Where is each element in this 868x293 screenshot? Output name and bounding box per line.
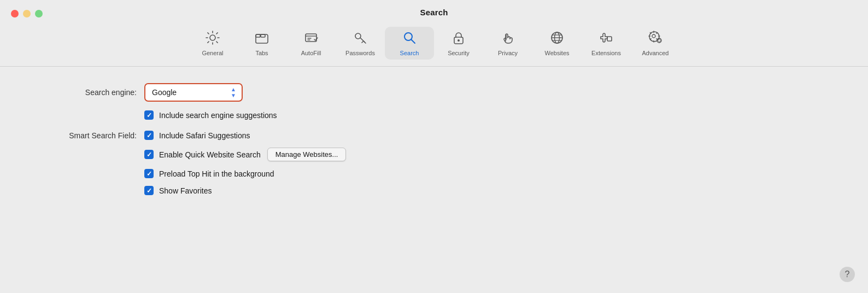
include-suggestions-label: Include search engine suggestions xyxy=(159,111,277,120)
title-bar: Search xyxy=(0,0,868,22)
svg-point-7 xyxy=(355,33,361,39)
smart-search-grid: Smart Search Field: Include Safari Sugge… xyxy=(33,131,835,195)
show-favorites-label: Show Favorites xyxy=(159,186,212,195)
quick-website-checkbox[interactable] xyxy=(144,150,154,159)
quick-website-row: Enable Quick Website Search Manage Websi… xyxy=(33,148,835,161)
tab-websites-label: Websites xyxy=(544,50,569,56)
maximize-button[interactable] xyxy=(35,10,43,17)
search-engine-value: Google xyxy=(152,88,177,97)
minimize-button[interactable] xyxy=(23,10,31,17)
tab-extensions-label: Extensions xyxy=(591,50,621,56)
smart-search-section: Smart Search Field: Include Safari Sugge… xyxy=(33,131,835,195)
quick-website-label: Enable Quick Website Search xyxy=(159,150,261,159)
tab-privacy-label: Privacy xyxy=(498,50,518,56)
preload-label: Preload Top Hit in the background xyxy=(159,169,274,178)
svg-rect-2 xyxy=(261,34,265,37)
autofill-icon xyxy=(303,30,319,48)
suggestions-row: Include search engine suggestions xyxy=(144,110,835,120)
key-icon xyxy=(353,30,368,48)
tab-tabs[interactable]: Tabs xyxy=(237,27,286,60)
content-area: Search engine: Google ▲ ▼ Include search… xyxy=(0,67,868,212)
tab-passwords-label: Passwords xyxy=(345,50,375,56)
suggestions-checkbox-area: Include search engine suggestions xyxy=(144,110,277,120)
search-icon xyxy=(402,30,417,48)
puzzle-icon xyxy=(599,30,614,48)
svg-point-20 xyxy=(652,34,655,38)
svg-rect-19 xyxy=(607,37,612,41)
tab-general-label: General xyxy=(202,50,223,56)
include-suggestions-checkbox[interactable] xyxy=(144,110,154,120)
toolbar: General Tabs AutoFill xyxy=(0,22,868,67)
svg-line-11 xyxy=(412,40,415,44)
show-favorites-row: Show Favorites xyxy=(33,186,835,195)
svg-line-9 xyxy=(362,42,363,43)
tab-search-label: Search xyxy=(400,50,419,56)
tab-privacy[interactable]: Privacy xyxy=(483,27,532,60)
safari-suggestions-label: Include Safari Suggestions xyxy=(159,131,250,140)
search-engine-select[interactable]: Google ▲ ▼ xyxy=(144,83,243,102)
preload-checkbox[interactable] xyxy=(144,169,154,178)
safari-suggestions-row: Smart Search Field: Include Safari Sugge… xyxy=(33,131,835,140)
preload-row: Preload Top Hit in the background xyxy=(33,169,835,178)
search-engine-label: Search engine: xyxy=(33,88,137,97)
tabs-icon xyxy=(254,30,269,48)
svg-line-8 xyxy=(363,41,365,42)
tab-security-label: Security xyxy=(448,50,470,56)
search-engine-row: Search engine: Google ▲ ▼ xyxy=(33,83,835,102)
chevron-updown-icon: ▲ ▼ xyxy=(231,86,236,98)
tab-search[interactable]: Search xyxy=(385,27,434,60)
svg-rect-1 xyxy=(256,34,260,37)
show-favorites-checkbox[interactable] xyxy=(144,186,154,195)
tab-extensions[interactable]: Extensions xyxy=(582,27,631,60)
gear-icon xyxy=(205,30,220,48)
tab-general[interactable]: General xyxy=(188,27,237,60)
safari-suggestions-checkbox[interactable] xyxy=(144,131,154,140)
tab-autofill-label: AutoFill xyxy=(301,50,321,56)
svg-point-13 xyxy=(458,39,460,42)
window-controls xyxy=(11,10,43,17)
svg-rect-0 xyxy=(256,34,268,43)
tab-security[interactable]: Security xyxy=(434,27,483,60)
lock-icon xyxy=(451,30,466,48)
tab-passwords[interactable]: Passwords xyxy=(336,27,385,60)
tab-advanced[interactable]: Advanced xyxy=(631,27,680,60)
tab-advanced-label: Advanced xyxy=(642,50,669,56)
globe-icon xyxy=(549,30,565,48)
window-title: Search xyxy=(420,8,448,17)
hand-icon xyxy=(500,30,515,48)
gear-advanced-icon xyxy=(648,30,663,48)
tab-tabs-label: Tabs xyxy=(255,50,268,56)
smart-field-label: Smart Search Field: xyxy=(33,131,137,140)
close-button[interactable] xyxy=(11,10,19,17)
tab-autofill[interactable]: AutoFill xyxy=(286,27,336,60)
manage-websites-button[interactable]: Manage Websites... xyxy=(267,148,347,161)
tab-websites[interactable]: Websites xyxy=(532,27,582,60)
help-button[interactable]: ? xyxy=(840,267,855,282)
